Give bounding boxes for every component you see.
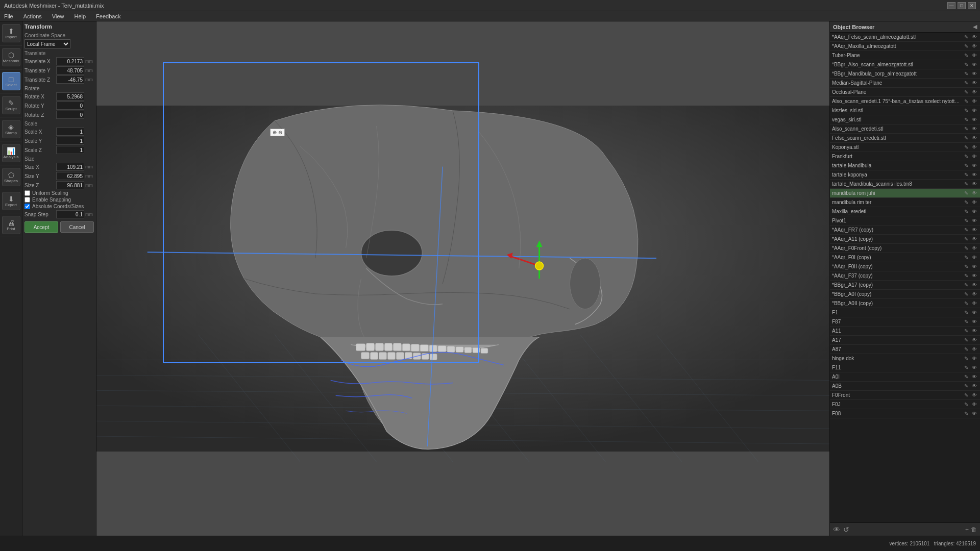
ob-item-eye-icon[interactable]: 👁 [971, 227, 978, 234]
ob-item-edit-icon[interactable]: ✎ [963, 61, 970, 68]
ob-item-eye-icon[interactable]: 👁 [971, 254, 978, 261]
ob-item-edit-icon[interactable]: ✎ [963, 171, 970, 179]
ob-item-eye-icon[interactable]: 👁 [971, 401, 978, 408]
ob-item-eye-icon[interactable]: 👁 [971, 383, 978, 390]
object-list-item[interactable]: vegas_siri.stl ✎ 👁 [830, 115, 980, 124]
object-list-item[interactable]: *AAqr_Maxilla_almeozgatott ✎ 👁 [830, 42, 980, 51]
object-list-item[interactable]: mandibula rim ter ✎ 👁 [830, 198, 980, 207]
object-list-item[interactable]: A0I ✎ 👁 [830, 372, 980, 382]
object-list-item[interactable]: F08 ✎ 👁 [830, 409, 980, 418]
close-button[interactable]: ✕ [968, 2, 976, 9]
ob-item-edit-icon[interactable]: ✎ [963, 153, 970, 160]
object-list-item[interactable]: *AAqr_F37 (copy) ✎ 👁 [830, 271, 980, 281]
scale-y-input[interactable] [56, 137, 84, 145]
ob-item-eye-icon[interactable]: 👁 [971, 263, 978, 270]
menu-file[interactable]: File [2, 13, 15, 19]
object-list-item[interactable]: Maxilla_eredeti ✎ 👁 [830, 207, 980, 216]
ob-item-edit-icon[interactable]: ✎ [963, 300, 970, 307]
object-list-item[interactable]: F11 ✎ 👁 [830, 363, 980, 372]
ob-item-eye-icon[interactable]: 👁 [971, 272, 978, 280]
ob-item-edit-icon[interactable]: ✎ [963, 199, 970, 206]
ob-item-edit-icon[interactable]: ✎ [963, 80, 970, 87]
ob-item-eye-icon[interactable]: 👁 [971, 364, 978, 371]
tool-analysis[interactable]: 📊 Analysis [2, 144, 20, 162]
tool-print[interactable]: 🖨 Print [2, 216, 20, 234]
object-list-item[interactable]: *AAqr_F0I (copy) ✎ 👁 [830, 253, 980, 262]
object-list-item[interactable]: Median-Sagittal-Plane ✎ 👁 [830, 79, 980, 88]
uniform-scale-checkbox[interactable] [24, 190, 30, 196]
ob-item-eye-icon[interactable]: 👁 [971, 126, 978, 133]
ob-item-eye-icon[interactable]: 👁 [971, 89, 978, 96]
ob-item-eye-icon[interactable]: 👁 [971, 392, 978, 399]
ob-item-edit-icon[interactable]: ✎ [963, 309, 970, 316]
ob-item-edit-icon[interactable]: ✎ [963, 144, 970, 151]
ob-item-eye-icon[interactable]: 👁 [971, 236, 978, 243]
ob-item-edit-icon[interactable]: ✎ [963, 135, 970, 142]
ob-item-edit-icon[interactable]: ✎ [963, 355, 970, 362]
object-list-item[interactable]: *BBgr_A17 (copy) ✎ 👁 [830, 281, 980, 290]
object-list-item[interactable]: A11 ✎ 👁 [830, 327, 980, 336]
ob-item-eye-icon[interactable]: 👁 [971, 190, 978, 197]
ob-item-edit-icon[interactable]: ✎ [963, 291, 970, 298]
ob-item-edit-icon[interactable]: ✎ [963, 282, 970, 289]
tool-stamp[interactable]: ◈ Stamp [2, 120, 20, 138]
object-list-item[interactable]: mandibula rom juhi ✎ 👁 [830, 189, 980, 198]
ob-collapse-icon[interactable]: ◀ [973, 23, 977, 30]
menu-help[interactable]: Help [72, 13, 88, 19]
object-list-item[interactable]: F87 ✎ 👁 [830, 317, 980, 327]
ob-item-eye-icon[interactable]: 👁 [971, 300, 978, 307]
ob-item-eye-icon[interactable]: 👁 [971, 52, 978, 59]
ob-item-eye-icon[interactable]: 👁 [971, 346, 978, 353]
ob-item-eye-icon[interactable]: 👁 [971, 135, 978, 142]
ob-item-eye-icon[interactable]: 👁 [971, 61, 978, 68]
object-list-item[interactable]: *AAqr_FR7 (copy) ✎ 👁 [830, 226, 980, 235]
ob-item-edit-icon[interactable]: ✎ [963, 318, 970, 325]
object-list-item[interactable]: *AAqr_F0II (copy) ✎ 👁 [830, 262, 980, 271]
ob-item-edit-icon[interactable]: ✎ [963, 383, 970, 390]
ob-item-edit-icon[interactable]: ✎ [963, 70, 970, 78]
ob-item-edit-icon[interactable]: ✎ [963, 236, 970, 243]
ob-item-eye-icon[interactable]: 👁 [971, 208, 978, 215]
object-list-item[interactable]: Also_scann_eredeti.1 75°-ban_a_tisztas s… [830, 97, 980, 106]
ob-delete-icon[interactable]: 🗑 [971, 526, 977, 533]
translate-y-input[interactable] [56, 66, 84, 74]
object-list-item[interactable]: Also_scann_eredeti.stl ✎ 👁 [830, 124, 980, 134]
ob-item-eye-icon[interactable]: 👁 [971, 80, 978, 87]
absolute-coords-checkbox[interactable] [24, 204, 30, 209]
ob-item-edit-icon[interactable]: ✎ [963, 373, 970, 381]
translate-x-input[interactable] [56, 57, 84, 65]
rotate-y-input[interactable] [56, 102, 84, 110]
object-list-item[interactable]: *BBgr_Also_scann_almeozgatott.stl ✎ 👁 [830, 60, 980, 69]
ob-item-eye-icon[interactable]: 👁 [971, 107, 978, 114]
ob-item-edit-icon[interactable]: ✎ [963, 263, 970, 270]
object-list-item[interactable]: *BBgr_Mandibula_corp_almeozgatott ✎ 👁 [830, 69, 980, 79]
object-list-item[interactable]: *AAqr_F0Front (copy) ✎ 👁 [830, 244, 980, 253]
viewport[interactable]: ⊕ ⊖ [96, 21, 829, 536]
coord-space-select[interactable]: Local Frame World Frame [24, 39, 70, 48]
object-list-item[interactable]: kiszles_siri.stl ✎ 👁 [830, 106, 980, 115]
cancel-button[interactable]: Cancel [60, 221, 94, 233]
ob-item-edit-icon[interactable]: ✎ [963, 364, 970, 371]
ob-item-eye-icon[interactable]: 👁 [971, 328, 978, 335]
menu-view[interactable]: View [50, 13, 66, 19]
tool-import[interactable]: ⬆ Import [2, 24, 20, 42]
object-list-item[interactable]: A87 ✎ 👁 [830, 345, 980, 354]
object-list-item[interactable]: Frankfurt ✎ 👁 [830, 152, 980, 161]
scale-z-input[interactable] [56, 146, 84, 154]
object-list-item[interactable]: tartaIe_Mandibula_scannis iles.tm8 ✎ 👁 [830, 180, 980, 189]
ob-item-eye-icon[interactable]: 👁 [971, 217, 978, 224]
ob-item-edit-icon[interactable]: ✎ [963, 217, 970, 224]
tool-sculpt[interactable]: ✎ Sculpt [2, 96, 20, 114]
object-list-item[interactable]: hinge dok ✎ 👁 [830, 354, 980, 363]
ob-item-edit-icon[interactable]: ✎ [963, 346, 970, 353]
ob-item-eye-icon[interactable]: 👁 [971, 199, 978, 206]
object-list-item[interactable]: Felso_scann_eredeti.stl ✎ 👁 [830, 134, 980, 143]
object-list-item[interactable]: *BBgr_A0II (copy) ✎ 👁 [830, 299, 980, 308]
menu-actions[interactable]: Actions [21, 13, 44, 19]
ob-item-edit-icon[interactable]: ✎ [963, 272, 970, 280]
ob-item-eye-icon[interactable]: 👁 [971, 98, 978, 105]
ob-item-edit-icon[interactable]: ✎ [963, 89, 970, 96]
ob-item-eye-icon[interactable]: 👁 [971, 373, 978, 381]
ob-item-edit-icon[interactable]: ✎ [963, 328, 970, 335]
ob-item-edit-icon[interactable]: ✎ [963, 116, 970, 123]
